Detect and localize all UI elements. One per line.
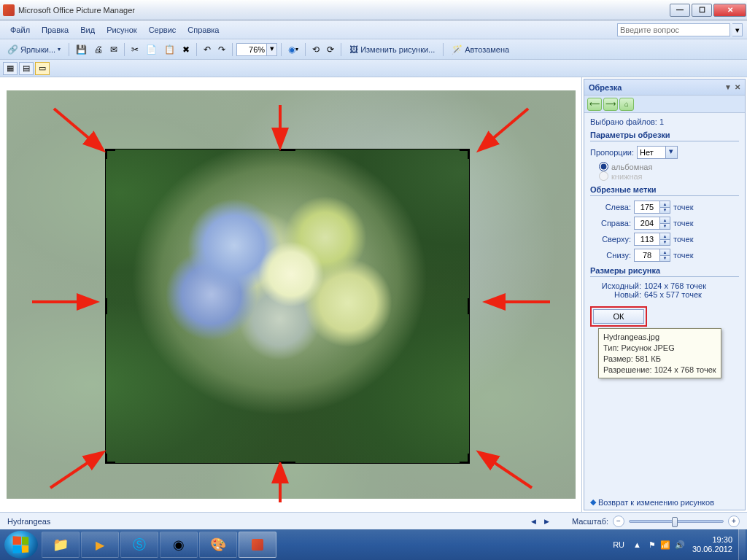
taskbar-skype[interactable]: Ⓢ — [120, 532, 158, 558]
redo-button[interactable]: ↷ — [215, 42, 228, 57]
crop-top-down[interactable]: ▼ — [660, 240, 670, 246]
edit-pictures-button[interactable]: 🖼Изменить рисунки... — [345, 42, 439, 57]
crop-left-label: Слева: — [590, 203, 631, 211]
task-pane-title: Обрезка — [589, 83, 622, 92]
redo-icon: ↷ — [218, 44, 225, 55]
crop-top-up[interactable]: ▲ — [660, 233, 670, 240]
task-pane-close-button[interactable]: ✕ — [735, 83, 740, 91]
undo-button[interactable]: ↶ — [201, 42, 214, 57]
aspect-value[interactable] — [637, 146, 666, 159]
shortcuts-icon: 🔗 — [7, 44, 18, 55]
taskbar-mediaplayer[interactable]: ▶ — [81, 532, 119, 558]
crop-bottom-down[interactable]: ▼ — [660, 256, 670, 262]
task-pane-menu-button[interactable]: ▼ — [724, 83, 732, 91]
mail-button[interactable]: ✉ — [107, 42, 120, 57]
crop-bottom-up[interactable]: ▲ — [660, 249, 670, 256]
unit-label: точек — [673, 235, 693, 244]
orient-landscape-radio[interactable] — [599, 162, 608, 171]
delete-icon: ✖ — [182, 44, 190, 55]
new-size-value: 645 x 577 точек — [644, 290, 702, 299]
crop-left-input[interactable] — [634, 201, 660, 214]
nav-forward-button[interactable]: ⟶ — [603, 98, 618, 111]
copy-button[interactable]: 📄 — [143, 42, 160, 57]
ask-question-input[interactable] — [617, 23, 730, 36]
menu-help[interactable]: Справка — [182, 23, 225, 36]
zoom-out-button[interactable]: − — [613, 516, 624, 527]
picture-sizes-heading: Размеры рисунка — [590, 266, 739, 277]
crop-top-label: Сверху: — [590, 235, 631, 244]
back-to-edit-link[interactable]: ◆ Возврат к изменению рисунков — [590, 497, 714, 507]
taskbar-clock[interactable]: 19:30 30.06.2012 — [692, 535, 732, 553]
unit-label: точек — [673, 203, 693, 211]
zoom-slider[interactable] — [629, 520, 724, 523]
ok-button[interactable]: ОК — [593, 309, 644, 324]
aspect-dropdown[interactable]: ▾ — [637, 146, 678, 159]
taskbar-picture-manager[interactable] — [239, 532, 276, 558]
print-button[interactable]: 🖨 — [91, 42, 106, 57]
nav-home-button[interactable]: ⌂ — [619, 98, 634, 111]
menu-view[interactable]: Вид — [74, 23, 101, 36]
crop-right-up[interactable]: ▲ — [660, 217, 670, 224]
crop-right-down[interactable]: ▼ — [660, 224, 670, 230]
shortcuts-button[interactable]: 🔗Ярлыки...▾ — [3, 42, 65, 57]
prev-picture-button[interactable]: ◀ — [528, 516, 540, 527]
tray-network-icon[interactable]: 📶 — [660, 540, 670, 550]
zoom-slider-thumb[interactable] — [672, 517, 678, 527]
selected-files-label: Выбрано файлов: — [590, 117, 657, 126]
tooltip-filename: Hydrangeas.jpg — [603, 332, 716, 343]
menu-picture[interactable]: Рисунок — [101, 23, 143, 36]
zoom-combo: ▾ — [236, 43, 277, 56]
menu-file[interactable]: Файл — [4, 23, 36, 36]
view-filmstrip-button[interactable]: ▤ — [19, 62, 34, 75]
crop-left-spinner: ▲▼ — [634, 201, 670, 214]
crop-right-input[interactable] — [634, 217, 660, 230]
back-link-label: Возврат к изменению рисунков — [598, 498, 714, 507]
image-canvas[interactable] — [0, 77, 582, 512]
taskbar-chrome[interactable]: ◉ — [160, 532, 198, 558]
crop-top-input[interactable] — [634, 233, 660, 246]
zoom-label: Масштаб: — [572, 517, 608, 526]
undo-icon: ↶ — [204, 44, 211, 55]
delete-button[interactable]: ✖ — [179, 42, 193, 57]
crop-marks-heading: Обрезные метки — [590, 185, 739, 196]
crop-selection[interactable] — [105, 149, 470, 464]
cut-button[interactable]: ✂ — [128, 42, 142, 57]
crop-left-down[interactable]: ▼ — [660, 208, 670, 214]
mail-icon: ✉ — [110, 44, 117, 55]
help-button[interactable]: ◉▾ — [285, 42, 301, 57]
window-close-button[interactable] — [713, 4, 746, 17]
view-single-button[interactable]: ▭ — [35, 62, 50, 75]
task-pane-header: Обрезка ▼ ✕ — [584, 79, 745, 96]
rotate-left-button[interactable]: ⟲ — [309, 42, 322, 57]
taskbar-paint[interactable]: 🎨 — [199, 532, 237, 558]
edit-pictures-icon: 🖼 — [349, 44, 358, 55]
tray-flag-icon[interactable]: ⚑ — [649, 540, 656, 550]
windows-logo-icon — [13, 536, 29, 553]
start-button[interactable] — [4, 531, 38, 559]
window-maximize-button[interactable] — [692, 4, 712, 17]
language-indicator[interactable]: RU — [611, 540, 626, 549]
next-picture-button[interactable]: ▶ — [541, 516, 553, 527]
crop-left-up[interactable]: ▲ — [660, 201, 670, 208]
original-size-value: 747 x 560 точек — [644, 281, 706, 290]
paste-button[interactable]: 📋 — [161, 42, 178, 57]
window-minimize-button[interactable] — [670, 4, 690, 17]
auto-correct-button[interactable]: 🪄Автозамена — [447, 42, 514, 57]
aspect-dropdown-arrow[interactable]: ▾ — [666, 146, 678, 159]
zoom-dropdown[interactable]: ▾ — [267, 43, 277, 56]
show-desktop-button[interactable] — [738, 529, 746, 560]
selected-files-count: 1 — [659, 117, 664, 126]
crop-bottom-input[interactable] — [634, 249, 660, 262]
save-button[interactable]: 💾 — [73, 42, 90, 57]
rotate-right-button[interactable]: ⟳ — [324, 42, 337, 57]
tray-volume-icon[interactable]: 🔊 — [675, 540, 685, 550]
taskbar-explorer[interactable]: 📁 — [42, 532, 80, 558]
ask-question-dropdown[interactable]: ▾ — [732, 23, 743, 36]
nav-back-button[interactable]: ⟵ — [587, 98, 602, 111]
zoom-input[interactable] — [236, 43, 267, 56]
tray-expand-button[interactable]: ▲ — [633, 540, 641, 549]
view-thumbnails-button[interactable]: ▦ — [3, 62, 18, 75]
menu-tools[interactable]: Сервис — [143, 23, 182, 36]
zoom-in-button[interactable]: + — [728, 516, 740, 527]
menu-edit[interactable]: Правка — [36, 23, 74, 36]
